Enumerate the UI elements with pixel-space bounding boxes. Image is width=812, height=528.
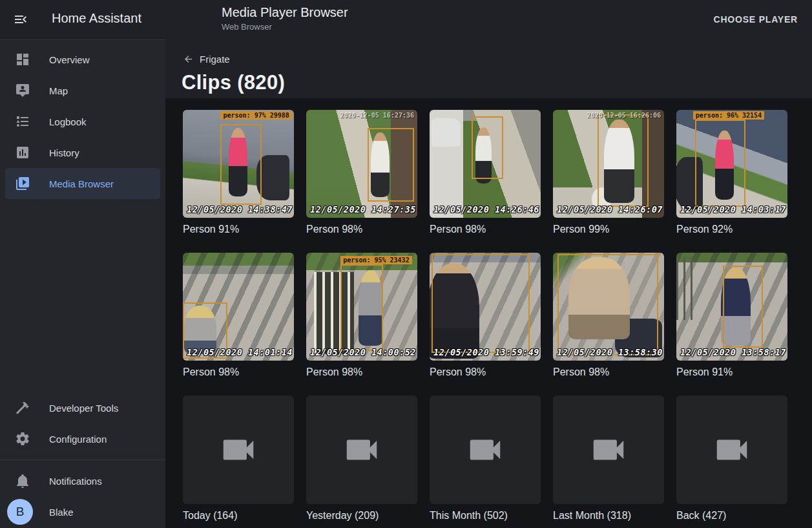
clip-label: Person 91% — [676, 366, 787, 379]
timestamp-overlay: 12/05/2020 14:27:35 — [310, 204, 416, 215]
timestamp-overlay: 12/05/2020 14:26:46 — [433, 204, 539, 215]
clips-grid: person: 97% 29988 12/05/2020 14:38:47 Pe… — [183, 110, 812, 523]
clip-tile[interactable]: person: 95% 23432 12/05/2020 14:00:52 Pe… — [306, 253, 417, 379]
clip-tile[interactable]: 12/05/2020 14:01:14 Person 98% — [183, 253, 294, 379]
menu-open-icon[interactable] — [13, 12, 28, 27]
sidebar: Overview Map Logbook History Media Brows… — [0, 39, 165, 528]
sidebar-item-profile[interactable]: B Blake — [5, 496, 160, 527]
arrow-left-icon — [183, 54, 194, 65]
sidebar-item-logbook[interactable]: Logbook — [5, 106, 160, 137]
clip-thumbnail: 12/05/2020 14:01:14 — [183, 253, 294, 361]
video-icon — [712, 430, 752, 470]
clip-tile[interactable]: 2020-12-05 16:27:36 12/05/2020 14:27:35 … — [306, 110, 417, 237]
folder-label: This Month (502) — [430, 510, 541, 523]
scene-prop — [676, 257, 694, 320]
clip-label: Person 98% — [306, 366, 417, 379]
avatar: B — [7, 499, 33, 525]
sidebar-item-map[interactable]: Map — [5, 75, 160, 106]
chart-box-icon — [15, 145, 30, 160]
folder-tile-this-month[interactable]: This Month (502) — [430, 396, 541, 523]
clip-label: Person 91% — [183, 224, 294, 237]
detection-chip: person: 97% 29988 — [220, 111, 291, 120]
clip-tile[interactable]: 12/05/2020 14:26:46 Person 98% — [430, 110, 541, 237]
detection-bbox — [695, 120, 745, 207]
sidebar-item-media-browser[interactable]: Media Browser — [5, 168, 160, 199]
folder-thumbnail — [306, 396, 417, 504]
format-list-bulleted-icon — [15, 114, 30, 129]
sidebar-item-overview[interactable]: Overview — [5, 44, 160, 75]
clip-label: Person 98% — [430, 224, 541, 237]
detection-bbox — [557, 254, 659, 355]
breadcrumb-back[interactable]: Frigate — [183, 54, 230, 65]
folder-tile-last-month[interactable]: Last Month (318) — [553, 396, 664, 523]
clip-tile[interactable]: 12/05/2020 13:59:49 Person 98% — [430, 253, 541, 379]
clip-tile[interactable]: person: 96% 32154 12/05/2020 14:03:17 Pe… — [676, 110, 787, 237]
view-dashboard-icon — [15, 52, 30, 67]
gear-icon — [15, 431, 30, 447]
sidebar-item-history[interactable]: History — [5, 137, 160, 168]
breadcrumb-label: Frigate — [200, 54, 230, 65]
sidebar-item-label: Overview — [49, 54, 90, 65]
choose-player-button[interactable]: CHOOSE PLAYER — [707, 0, 804, 39]
detection-bbox — [368, 128, 414, 202]
timestamp-overlay: 12/05/2020 14:26:07 — [557, 204, 663, 215]
media-browser-content: person: 97% 29988 12/05/2020 14:38:47 Pe… — [165, 98, 812, 528]
timestamp-overlay: 12/05/2020 14:03:17 — [680, 204, 786, 215]
tooltip-account-icon — [15, 83, 30, 98]
video-icon — [588, 430, 629, 470]
video-icon — [465, 430, 505, 470]
timestamp-overlay: 12/05/2020 14:00:52 — [310, 347, 416, 357]
clip-tile[interactable]: 2020-12-05 16:26:06 12/05/2020 14:26:07 … — [553, 110, 664, 237]
app-title: Home Assistant — [52, 11, 141, 26]
camera-osd-text: 2020-12-05 16:27:36 — [340, 112, 414, 119]
sidebar-item-label: Media Browser — [49, 178, 114, 189]
sidebar-item-configuration[interactable]: Configuration — [5, 423, 160, 454]
timestamp-overlay: 12/05/2020 13:58:17 — [680, 347, 786, 357]
sidebar-item-label: Notifications — [49, 476, 102, 487]
folder-thumbnail — [676, 396, 787, 504]
timestamp-overlay: 12/05/2020 14:01:14 — [187, 347, 293, 357]
detection-bbox — [472, 116, 503, 179]
folder-label: Yesterday (209) — [306, 510, 417, 523]
sidebar-divider — [0, 459, 165, 460]
clip-thumbnail: person: 96% 32154 12/05/2020 14:03:17 — [676, 110, 787, 218]
clip-thumbnail: person: 95% 23432 12/05/2020 14:00:52 — [306, 253, 417, 361]
clip-label: Person 98% — [430, 366, 541, 379]
sidebar-item-notifications[interactable]: Notifications — [5, 465, 160, 496]
toolbar-subtitle: Web Browser — [222, 22, 348, 32]
sidebar-item-label: Logbook — [49, 116, 87, 127]
clip-thumbnail: 2020-12-05 16:27:36 12/05/2020 14:27:35 — [306, 110, 417, 218]
toolbar-title-block: Media Player Browser Web Browser — [222, 5, 348, 32]
hammer-icon — [15, 400, 30, 416]
folder-label: Last Month (318) — [553, 510, 664, 523]
clip-label: Person 92% — [676, 224, 787, 237]
timestamp-overlay: 12/05/2020 13:59:49 — [433, 347, 539, 357]
clip-tile[interactable]: person: 97% 29988 12/05/2020 14:38:47 Pe… — [183, 110, 294, 237]
sidebar-item-developer-tools[interactable]: Developer Tools — [5, 392, 160, 423]
clip-label: Person 98% — [306, 224, 417, 237]
timestamp-overlay: 12/05/2020 13:58:30 — [557, 347, 663, 357]
video-icon — [342, 430, 382, 470]
page-title: Clips (820) — [182, 71, 285, 94]
folder-tile-back[interactable]: Back (427) — [676, 396, 787, 523]
clip-thumbnail: 12/05/2020 13:59:49 — [430, 253, 541, 361]
sidebar-item-label: Configuration — [49, 434, 107, 445]
clip-thumbnail: 12/05/2020 13:58:30 — [553, 253, 664, 361]
folder-thumbnail — [183, 396, 294, 504]
folder-tile-today[interactable]: Today (164) — [183, 396, 294, 523]
video-icon — [218, 430, 258, 470]
clip-label: Person 98% — [183, 366, 294, 379]
clip-tile[interactable]: 12/05/2020 13:58:17 Person 91% — [676, 253, 787, 379]
sidebar-item-label: Developer Tools — [49, 403, 118, 414]
clip-thumbnail: 2020-12-05 16:26:06 12/05/2020 14:26:07 — [553, 110, 664, 218]
folder-tile-yesterday[interactable]: Yesterday (209) — [306, 396, 417, 523]
camera-osd-text: 2020-12-05 16:26:06 — [587, 112, 661, 119]
play-box-multiple-icon — [15, 176, 30, 191]
clip-thumbnail: 12/05/2020 14:26:46 — [430, 110, 541, 218]
bell-icon — [15, 473, 30, 489]
clip-tile[interactable]: 12/05/2020 13:58:30 Person 98% — [553, 253, 664, 379]
detection-chip: person: 95% 23432 — [340, 256, 411, 264]
sidebar-item-label: History — [49, 147, 79, 158]
detection-bbox — [432, 254, 529, 354]
clip-label: Person 98% — [553, 366, 664, 379]
